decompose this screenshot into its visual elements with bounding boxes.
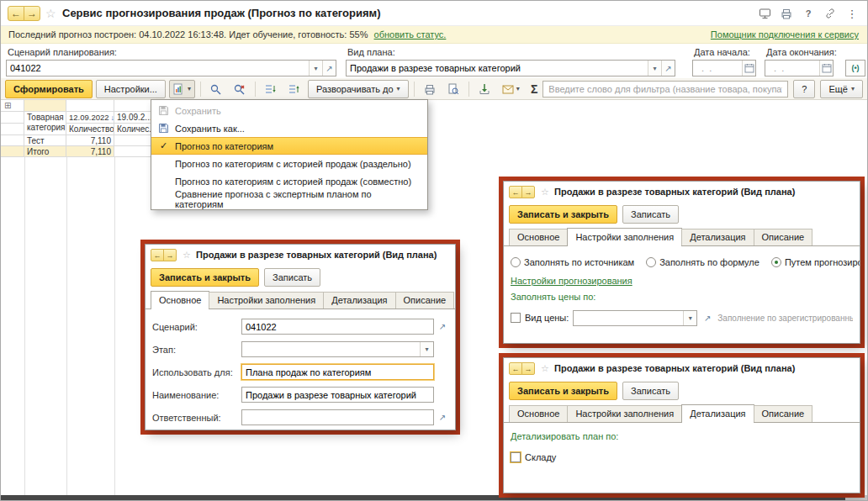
filter-input[interactable] (542, 81, 788, 98)
tab-fill-settings[interactable]: Настройки заполнения (567, 228, 682, 246)
plan-kind-input[interactable] (347, 61, 648, 76)
period-select-button[interactable]: (•) (845, 60, 865, 76)
collapse-levels-icon[interactable] (284, 80, 304, 98)
scenario-input[interactable] (7, 61, 309, 76)
use-for-field[interactable] (241, 364, 434, 380)
grid-line (114, 157, 115, 495)
save-button[interactable]: Записать (264, 268, 320, 287)
generate-button[interactable]: Сформировать (5, 80, 93, 98)
favorite-star-icon[interactable]: ☆ (45, 7, 56, 20)
save-and-close-button[interactable]: Записать и закрыть (509, 382, 617, 400)
menu-item-label: Сохранить (175, 106, 221, 116)
sum-totals-icon[interactable]: Σ (531, 82, 537, 96)
back-button[interactable]: ← (151, 249, 164, 261)
forward-button[interactable]: → (521, 186, 535, 198)
search-icon[interactable] (206, 80, 226, 98)
price-kind-dropdown-button[interactable]: ▾ (683, 311, 696, 325)
back-button[interactable]: ← (509, 186, 522, 198)
stage-dropdown-button[interactable]: ▾ (420, 342, 433, 356)
tab-description[interactable]: Описание (754, 405, 813, 422)
menu-item-forecast-by-categories[interactable]: ✓ Прогноз по категориям (151, 137, 427, 155)
grid-fixed-cell[interactable] (24, 100, 66, 112)
tab-main[interactable]: Основное (509, 229, 568, 245)
help-button[interactable]: ? (793, 80, 815, 98)
radio-fill-by-sources[interactable]: Заполнять по источникам (511, 257, 634, 267)
send-email-button[interactable]: ▾ (498, 80, 524, 98)
tab-fill-settings[interactable]: Настройки заполнения (567, 405, 682, 422)
tab-detailing[interactable]: Детализация (323, 292, 395, 309)
help-icon[interactable]: ? (802, 7, 815, 20)
date-start-calendar-icon[interactable] (742, 61, 755, 76)
warehouse-checkbox[interactable] (511, 452, 521, 462)
cancel-search-icon[interactable] (230, 80, 250, 98)
scenario-field[interactable] (241, 319, 434, 335)
print-icon[interactable] (780, 7, 793, 20)
table-row-category-cell[interactable]: Тест (24, 135, 66, 146)
favorite-star-icon[interactable]: ☆ (541, 363, 549, 374)
favorite-star-icon[interactable]: ☆ (183, 250, 191, 261)
scenario-open-button[interactable]: ↗ (322, 61, 336, 76)
favorite-star-icon[interactable]: ☆ (541, 187, 549, 198)
tab-description[interactable]: Описание (754, 229, 813, 245)
forward-button[interactable]: → (163, 249, 177, 261)
table-row-quantity-cell[interactable]: 7,110 (66, 135, 114, 146)
name-field[interactable] (241, 387, 434, 403)
kebab-menu-icon[interactable]: ⋮ (845, 7, 859, 20)
menu-item-forecast-history-separate[interactable]: Прогноз по категориям с историей продаж … (151, 155, 427, 172)
back-button[interactable]: ← (509, 362, 522, 375)
tab-detailing[interactable]: Детализация (681, 229, 754, 245)
display-icon[interactable] (758, 7, 771, 20)
settings-button[interactable]: Настройки... (96, 80, 166, 98)
service-assistant-link[interactable]: Помощник подключения к сервису (711, 26, 859, 43)
forecast-settings-link[interactable]: Настройки прогнозирования (511, 276, 632, 286)
radio-fill-by-forecast[interactable]: Путем прогнозирования (771, 257, 860, 267)
tab-detailing[interactable]: Детализация (681, 404, 754, 423)
tab-main[interactable]: Основное (509, 405, 568, 422)
refresh-status-link[interactable]: обновить статус. (374, 29, 447, 40)
column-header-period1[interactable]: 12.09.2022 ↓ ≡ (66, 112, 114, 124)
tab-description[interactable]: Описание (395, 292, 455, 309)
save-and-close-button[interactable]: Записать и закрыть (151, 268, 259, 287)
total-row-category-cell[interactable]: Итого (24, 146, 66, 157)
expand-all-icon[interactable]: ⊞ (3, 101, 11, 110)
responsible-field[interactable] (241, 409, 434, 425)
open-record-icon[interactable]: ↗ (437, 413, 448, 422)
plan-kind-dropdown-button[interactable]: ▾ (648, 61, 661, 76)
open-record-icon[interactable]: ↗ (437, 322, 448, 331)
save-button[interactable]: Записать (622, 205, 679, 224)
report-variants-button[interactable]: ▾ (169, 80, 195, 98)
date-end-input[interactable] (765, 61, 819, 76)
menu-item-compare-expert-plan[interactable]: Сравнение прогноза с экспертным планом п… (151, 190, 427, 208)
date-start-input[interactable] (693, 61, 742, 76)
stage-field[interactable] (242, 342, 420, 356)
date-end-calendar-icon[interactable] (819, 61, 833, 76)
forward-button[interactable]: → (24, 6, 40, 21)
radio-fill-by-formula[interactable]: Заполнять по формуле (646, 257, 760, 267)
print-icon[interactable] (420, 80, 440, 98)
price-kind-input[interactable] (574, 311, 683, 325)
save-and-close-button[interactable]: Записать и закрыть (509, 205, 617, 224)
tab-fill-settings[interactable]: Настройки заполнения (209, 292, 324, 309)
titlebar-icons: ? ⋮ (758, 7, 859, 20)
total-row-quantity-cell[interactable]: 7,110 (66, 146, 114, 157)
price-kind-open-button[interactable]: ↗ (701, 314, 713, 323)
save-button[interactable]: Записать (622, 382, 679, 400)
print-preview-icon[interactable] (443, 80, 463, 98)
grid-fixed-cell[interactable] (66, 100, 114, 112)
tab-main[interactable]: Основное (151, 291, 209, 309)
more-button[interactable]: Ещё ▾ (820, 80, 863, 98)
forward-button[interactable]: → (521, 362, 535, 375)
expand-levels-icon[interactable] (261, 80, 281, 98)
column-header-category[interactable]: Товарная категория (24, 112, 66, 135)
save-result-icon[interactable] (474, 80, 495, 98)
link-icon[interactable] (823, 7, 837, 20)
menu-item-save-as[interactable]: Сохранить как... (151, 119, 427, 137)
column-subheader-quantity1[interactable]: Количество (66, 124, 114, 135)
expand-to-button[interactable]: Разворачивать до ▾ (308, 80, 409, 98)
back-button[interactable]: ← (8, 6, 24, 21)
fill-mode-radios: Заполнять по источникам Заполнять по фор… (511, 252, 853, 272)
menu-item-forecast-history-combined[interactable]: Прогноз по категориям с историей продаж … (151, 172, 427, 190)
plan-kind-open-button[interactable]: ↗ (661, 61, 675, 76)
price-kind-checkbox[interactable] (511, 313, 521, 323)
scenario-dropdown-button[interactable]: ▾ (309, 61, 322, 76)
